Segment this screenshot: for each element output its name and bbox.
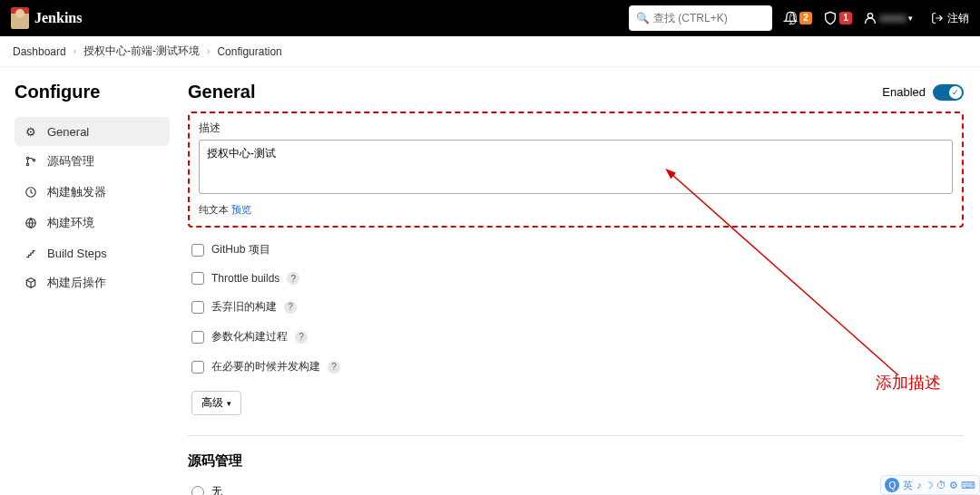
- sidebar-item-general[interactable]: ⚙ General: [15, 117, 170, 146]
- branch-icon: [24, 154, 38, 169]
- brand-name: Jenkins: [34, 10, 82, 26]
- page-title: Configure: [15, 82, 177, 102]
- breadcrumb-item[interactable]: 授权中心-前端-测试环境: [83, 44, 200, 59]
- top-bar: Jenkins 🔍 ? 2 1 xxxxx ▾ 注销: [0, 0, 980, 36]
- clock-icon: [24, 185, 38, 199]
- ime-icon[interactable]: Q: [885, 478, 899, 492]
- help-icon[interactable]: ?: [287, 272, 299, 285]
- scm-none-radio[interactable]: [191, 486, 204, 496]
- breadcrumb-item[interactable]: Configuration: [217, 45, 281, 58]
- description-textarea[interactable]: [199, 140, 953, 194]
- alert-badge: 1: [839, 12, 852, 24]
- svg-point-1: [26, 157, 28, 159]
- help-icon[interactable]: ?: [284, 301, 297, 314]
- sidebar-item-build-steps[interactable]: Build Steps: [15, 238, 170, 267]
- package-icon: [24, 276, 38, 290]
- chevron-down-icon: ▾: [908, 14, 913, 23]
- notif-badge: 2: [799, 12, 812, 24]
- description-label: 描述: [199, 121, 953, 136]
- search-input-wrap[interactable]: 🔍 ?: [629, 5, 772, 31]
- help-icon[interactable]: ?: [328, 361, 340, 374]
- description-block: 描述 纯文本 预览: [188, 112, 964, 228]
- globe-icon: [24, 216, 38, 230]
- annotation-text: 添加描述: [876, 372, 941, 393]
- throttle-builds-checkbox[interactable]: [191, 272, 204, 285]
- steps-icon: [24, 246, 38, 260]
- help-icon[interactable]: ?: [295, 331, 308, 344]
- gear-icon: ⚙: [24, 124, 38, 139]
- sidebar: Configure ⚙ General 源码管理 构建触发器 构建环境 Buil…: [0, 67, 177, 495]
- discard-old-checkbox[interactable]: [191, 301, 204, 314]
- scm-heading: 源码管理: [188, 452, 964, 470]
- search-input[interactable]: [653, 12, 789, 24]
- advanced-button[interactable]: 高级▾: [191, 391, 241, 415]
- enabled-label: Enabled: [882, 85, 926, 99]
- breadcrumb-item[interactable]: Dashboard: [13, 45, 66, 58]
- jenkins-logo-icon: [11, 7, 29, 29]
- chevron-down-icon: ▾: [227, 399, 231, 408]
- enabled-toggle[interactable]: ✓: [933, 84, 964, 101]
- sidebar-item-scm[interactable]: 源码管理: [15, 146, 170, 177]
- user-menu[interactable]: xxxxx ▾: [863, 11, 913, 25]
- sidebar-item-env[interactable]: 构建环境: [15, 208, 170, 238]
- logout-link[interactable]: 注销: [931, 11, 969, 26]
- svg-point-2: [26, 163, 28, 165]
- sidebar-item-post-build[interactable]: 构建后操作: [15, 267, 170, 298]
- shield-icon[interactable]: 1: [823, 11, 852, 25]
- search-icon: 🔍: [636, 12, 650, 24]
- github-project-checkbox[interactable]: [191, 244, 204, 257]
- notification-bell-icon[interactable]: 2: [783, 11, 812, 25]
- preview-link[interactable]: 预览: [231, 204, 251, 215]
- logo[interactable]: Jenkins: [11, 7, 82, 29]
- system-tray: Q 英 ♪ ☽ ⏱ ⚙ ⌨: [880, 475, 980, 495]
- concurrent-checkbox[interactable]: [191, 361, 204, 374]
- main-content: General Enabled ✓ 描述 纯文本 预览 GitHub 项目 Th…: [177, 67, 980, 495]
- divider: [188, 435, 964, 436]
- breadcrumb: Dashboard› 授权中心-前端-测试环境› Configuration: [0, 36, 980, 67]
- parameterized-checkbox[interactable]: [191, 331, 204, 344]
- section-heading: General: [188, 82, 255, 102]
- svg-point-0: [867, 14, 872, 18]
- sidebar-item-triggers[interactable]: 构建触发器: [15, 177, 170, 208]
- plain-text-label: 纯文本: [199, 204, 229, 215]
